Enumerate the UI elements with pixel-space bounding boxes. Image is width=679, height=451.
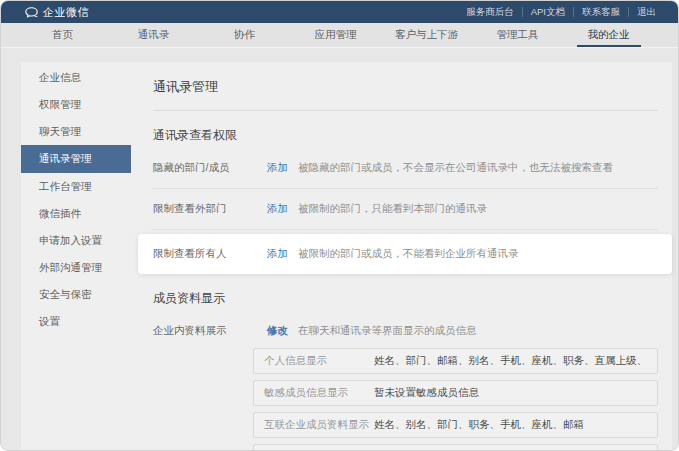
body: 企业信息 权限管理 聊天管理 通讯录管理 工作台管理 微信插件 申请加入设置 外…	[1, 48, 678, 451]
add-link[interactable]: 添加	[267, 161, 288, 175]
tab-home[interactable]: 首页	[17, 23, 108, 47]
tab-admin-tools[interactable]: 管理工具	[472, 23, 563, 47]
tab-collaboration[interactable]: 协作	[199, 23, 290, 47]
sidebar: 企业信息 权限管理 聊天管理 通讯录管理 工作台管理 微信插件 申请加入设置 外…	[21, 62, 131, 451]
sidebar-item-wechat-plugin[interactable]: 微信插件	[21, 200, 131, 227]
tab-customers[interactable]: 客户与上下游	[381, 23, 472, 47]
sidebar-item-external-comm[interactable]: 外部沟通管理	[21, 254, 131, 281]
tab-label: 通讯录	[138, 28, 170, 42]
wecom-admin-window: 企业微信 服务商后台 API文档 联系客服 退出 首页 通讯录 协作 应用管理 …	[0, 0, 679, 451]
row-description: 被限制的部门，只能看到本部门的通讯录	[298, 202, 487, 216]
detail-label: 互联企业成员资料显示	[264, 418, 374, 432]
detail-label: 个人信息显示	[264, 354, 374, 368]
sidebar-item-workbench[interactable]: 工作台管理	[21, 173, 131, 200]
modify-link[interactable]: 修改	[267, 324, 288, 338]
tab-contacts[interactable]: 通讯录	[108, 23, 199, 47]
row-description: 被限制的部门或成员，不能看到企业所有通讯录	[298, 247, 519, 261]
main-content: 通讯录管理 通讯录查看权限 隐藏的部门/成员 添加 被隐藏的部门或成员，不会显示…	[131, 62, 672, 451]
brand[interactable]: 企业微信	[25, 5, 89, 20]
sidebar-item-security[interactable]: 安全与保密	[21, 281, 131, 308]
row-label: 企业内资料展示	[153, 324, 267, 338]
row-label: 限制查看所有人	[153, 247, 267, 261]
row-hidden-departments: 隐藏的部门/成员 添加 被隐藏的部门或成员，不会显示在公司通讯录中，也无法被搜索…	[153, 148, 658, 189]
detail-value: 姓名、部门、邮箱、别名、手机、座机、职务、直属上级、官网、测...	[374, 354, 647, 368]
detail-row-sensitive-info: 敏感成员信息显示 暂未设置敏感成员信息	[253, 380, 658, 406]
row-label: 隐藏的部门/成员	[153, 161, 267, 175]
tab-label: 客户与上下游	[395, 28, 458, 42]
link-service-console[interactable]: 服务商后台	[458, 7, 522, 17]
sidebar-item-company-info[interactable]: 企业信息	[21, 64, 131, 91]
detail-label: 敏感成员信息显示	[264, 386, 374, 400]
section-heading-view-permissions: 通讯录查看权限	[153, 127, 658, 144]
row-restrict-other-departments: 限制查看外部门 添加 被限制的部门，只能看到本部门的通讯录	[153, 189, 658, 230]
sidebar-item-permissions[interactable]: 权限管理	[21, 91, 131, 118]
detail-value: 姓名、别名、部门、职务、手机、座机、邮箱	[374, 418, 584, 432]
detail-value: 暂未设置敏感成员信息	[374, 386, 479, 400]
brand-label: 企业微信	[43, 5, 89, 20]
detail-row-name-display-mode: 姓名显示模式 别名	[253, 444, 658, 451]
tab-my-company[interactable]: 我的企业	[563, 23, 654, 47]
tab-app-management[interactable]: 应用管理	[290, 23, 381, 47]
row-description: 被隐藏的部门或成员，不会显示在公司通讯录中，也无法被搜索查看	[298, 161, 613, 175]
detail-row-linked-corp-profile: 互联企业成员资料显示 姓名、别名、部门、职务、手机、座机、邮箱	[253, 412, 658, 438]
topbar: 企业微信 服务商后台 API文档 联系客服 退出	[1, 1, 678, 23]
page-title: 通讯录管理	[153, 70, 658, 111]
primary-nav: 首页 通讯录 协作 应用管理 客户与上下游 管理工具 我的企业	[1, 23, 678, 48]
tab-label: 我的企业	[588, 28, 630, 42]
sidebar-item-contacts-management[interactable]: 通讯录管理	[21, 145, 131, 173]
tab-label: 应用管理	[315, 28, 357, 42]
sidebar-item-join-settings[interactable]: 申请加入设置	[21, 227, 131, 254]
row-restrict-everyone-highlighted: 限制查看所有人 添加 被限制的部门或成员，不能看到企业所有通讯录	[138, 234, 672, 274]
link-api-docs[interactable]: API文档	[522, 7, 573, 17]
tab-label: 首页	[52, 28, 73, 42]
sidebar-item-chat-management[interactable]: 聊天管理	[21, 118, 131, 145]
link-contact-support[interactable]: 联系客服	[573, 7, 628, 17]
detail-row-personal-info: 个人信息显示 姓名、部门、邮箱、别名、手机、座机、职务、直属上级、官网、测...	[253, 348, 658, 374]
add-link[interactable]: 添加	[267, 247, 288, 261]
row-internal-profile: 企业内资料展示 修改 在聊天和通讯录等界面显示的成员信息	[153, 311, 658, 342]
sidebar-item-settings[interactable]: 设置	[21, 308, 131, 335]
topbar-links: 服务商后台 API文档 联系客服 退出	[458, 7, 664, 17]
row-description: 在聊天和通讯录等界面显示的成员信息	[298, 324, 477, 338]
profile-detail-box: 个人信息显示 姓名、部门、邮箱、别名、手机、座机、职务、直属上级、官网、测...…	[253, 348, 658, 451]
link-logout[interactable]: 退出	[628, 7, 664, 17]
add-link[interactable]: 添加	[267, 202, 288, 216]
tab-label: 协作	[234, 28, 255, 42]
section-heading-member-profile: 成员资料显示	[153, 290, 658, 307]
tab-label: 管理工具	[497, 28, 539, 42]
row-label: 限制查看外部门	[153, 202, 267, 216]
chat-bubble-logo-icon	[25, 7, 38, 18]
